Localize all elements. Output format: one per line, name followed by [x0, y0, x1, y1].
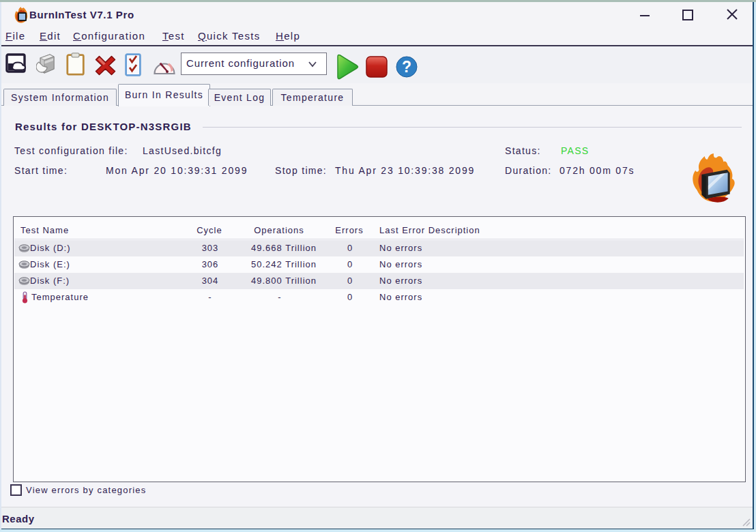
svg-text:?: ?	[402, 58, 411, 76]
